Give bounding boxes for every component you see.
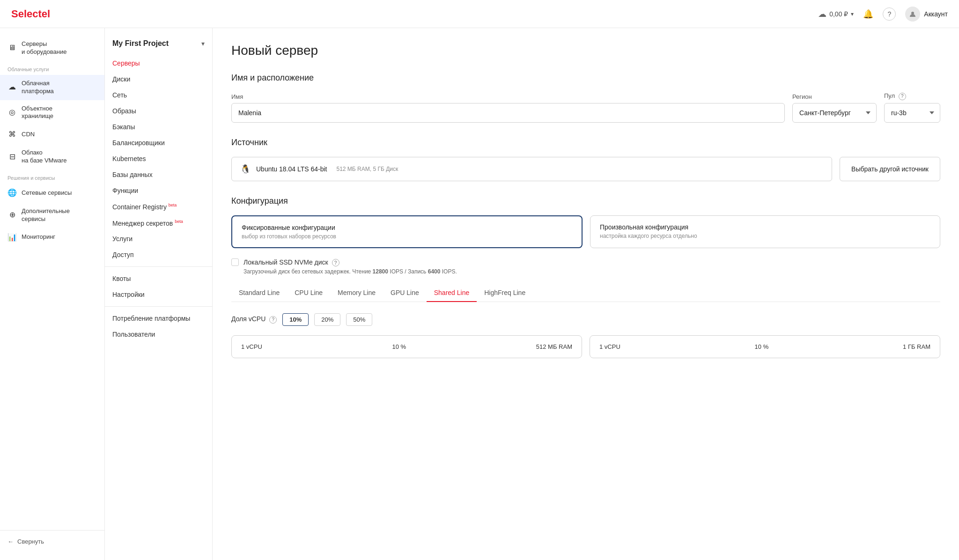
sidebar-item-object-label: Объектноехранилище bbox=[22, 105, 53, 121]
source-name: Ubuntu 18.04 LTS 64-bit bbox=[256, 165, 327, 173]
tab-cpu[interactable]: CPU Line bbox=[287, 284, 330, 302]
nav-item-access[interactable]: Доступ bbox=[105, 247, 212, 263]
nav-item-databases[interactable]: Базы данных bbox=[105, 167, 212, 183]
nav-settings-label: Настройки bbox=[112, 291, 145, 298]
nav-item-kubernetes[interactable]: Kubernetes bbox=[105, 151, 212, 167]
sidebar-item-servers-label: Серверыи оборудование bbox=[22, 40, 66, 56]
nav-item-secrets[interactable]: Менеджер секретов beta bbox=[105, 215, 212, 231]
balance-value: 0,00 ₽ bbox=[829, 10, 848, 18]
sidebar-left: 🖥 Серверыи оборудование Облачные услуги … bbox=[0, 28, 105, 560]
nav-network-label: Сеть bbox=[112, 91, 127, 99]
nav-quotas-label: Квоты bbox=[112, 275, 131, 282]
logo-text: Selectel bbox=[11, 8, 50, 20]
nav-item-registry[interactable]: Container Registry beta bbox=[105, 199, 212, 215]
sidebar-item-cloud[interactable]: ☁ Облачнаяплатформа bbox=[0, 75, 104, 100]
nav-item-functions[interactable]: Функции bbox=[105, 183, 212, 199]
tab-gpu[interactable]: GPU Line bbox=[383, 284, 427, 302]
name-input[interactable] bbox=[231, 103, 785, 123]
source-row: 🐧 Ubuntu 18.04 LTS 64-bit 512 МБ RAM, 5 … bbox=[231, 157, 940, 181]
server-ram-1: 1 ГБ RAM bbox=[903, 343, 930, 350]
vcpu-btn-50[interactable]: 50% bbox=[346, 313, 372, 326]
help-icon[interactable]: ? bbox=[883, 7, 896, 21]
sidebar-item-monitoring[interactable]: 📊 Мониторинг bbox=[0, 228, 104, 247]
app-layout: 🖥 Серверыи оборудование Облачные услуги … bbox=[0, 28, 959, 560]
nav-divider-2 bbox=[105, 306, 212, 307]
nav-item-servers[interactable]: Серверы bbox=[105, 55, 212, 71]
solutions-section-label: Решения и сервисы bbox=[0, 169, 104, 184]
project-selector[interactable]: My First Project ▾ bbox=[105, 36, 212, 55]
pool-field-group: Пул ? ru-3b bbox=[884, 92, 940, 123]
sidebar-item-servers[interactable]: 🖥 Серверыи оборудование bbox=[0, 36, 104, 61]
nvme-read-value: 12800 bbox=[373, 268, 388, 275]
nav-item-balancers[interactable]: Балансировщики bbox=[105, 135, 212, 151]
pool-help-icon[interactable]: ? bbox=[899, 93, 906, 100]
config-fixed-card[interactable]: Фиксированные конфигурации выбор из гото… bbox=[231, 215, 583, 248]
server-vcpu-0: 1 vCPU bbox=[241, 343, 262, 350]
sidebar-item-extra[interactable]: ⊕ Дополнительныесервисы bbox=[0, 203, 104, 228]
config-fixed-desc: выбор из готовых наборов ресурсов bbox=[242, 233, 572, 240]
notifications-icon[interactable]: 🔔 bbox=[863, 9, 873, 19]
config-options: Фиксированные конфигурации выбор из гото… bbox=[231, 215, 940, 248]
vcpu-btn-20[interactable]: 20% bbox=[314, 313, 340, 326]
server-card-0[interactable]: 1 vCPU 10 % 512 МБ RAM bbox=[231, 335, 582, 358]
collapse-label: Свернуть bbox=[17, 538, 44, 545]
name-field-group: Имя bbox=[231, 93, 785, 123]
nav-item-users[interactable]: Пользователи bbox=[105, 326, 212, 342]
account-label: Аккаунт bbox=[924, 10, 948, 18]
header: Selectel ☁ 0,00 ₽ ▾ 🔔 ? Аккаунт bbox=[0, 0, 959, 28]
nav-item-images[interactable]: Образы bbox=[105, 103, 212, 119]
pool-label: Пул ? bbox=[884, 92, 940, 100]
registry-badge: beta bbox=[169, 203, 177, 207]
tab-shared[interactable]: Shared Line bbox=[427, 284, 477, 302]
nav-servers-label: Серверы bbox=[112, 59, 140, 67]
sidebar-item-monitoring-label: Мониторинг bbox=[22, 233, 55, 241]
nav-balancers-label: Балансировщики bbox=[112, 139, 165, 147]
nav-item-network[interactable]: Сеть bbox=[105, 87, 212, 103]
nvme-checkbox[interactable] bbox=[231, 258, 239, 266]
nav-disks-label: Диски bbox=[112, 75, 130, 83]
vcpu-btn-10[interactable]: 10% bbox=[282, 313, 309, 326]
tab-highfreq[interactable]: HighFreq Line bbox=[477, 284, 533, 302]
account-button[interactable]: Аккаунт bbox=[905, 7, 948, 22]
project-name: My First Project bbox=[112, 39, 169, 48]
server-card-1[interactable]: 1 vCPU 10 % 1 ГБ RAM bbox=[590, 335, 940, 358]
config-custom-card[interactable]: Произвольная конфигурация настройка кажд… bbox=[590, 215, 940, 248]
region-field-group: Регион Санкт-Петербург bbox=[792, 93, 877, 123]
sidebar-item-cdn-label: CDN bbox=[22, 131, 35, 139]
change-source-button[interactable]: Выбрать другой источник bbox=[840, 157, 940, 181]
nav-item-disks[interactable]: Диски bbox=[105, 71, 212, 87]
nvme-help-icon[interactable]: ? bbox=[332, 259, 339, 266]
vcpu-help-icon[interactable]: ? bbox=[269, 316, 277, 324]
collapse-button[interactable]: ← Свернуть bbox=[7, 538, 97, 545]
balance-display[interactable]: ☁ 0,00 ₽ ▾ bbox=[818, 9, 854, 19]
server-share-0: 10 % bbox=[392, 343, 406, 350]
sidebar-item-vmware[interactable]: ⊟ Облакона базе VMware bbox=[0, 144, 104, 169]
nav-item-services[interactable]: Услуги bbox=[105, 231, 212, 247]
sidebar-item-network[interactable]: 🌐 Сетевые сервисы bbox=[0, 184, 104, 203]
source-current: 🐧 Ubuntu 18.04 LTS 64-bit 512 МБ RAM, 5 … bbox=[231, 157, 832, 181]
sidebar-item-extra-label: Дополнительныесервисы bbox=[22, 207, 70, 223]
tab-memory[interactable]: Memory Line bbox=[330, 284, 383, 302]
sidebar-item-object[interactable]: ◎ Объектноехранилище bbox=[0, 100, 104, 125]
source-meta: 512 МБ RAM, 5 ГБ Диск bbox=[337, 166, 398, 172]
sidebar-item-vmware-label: Облакона базе VMware bbox=[22, 149, 67, 165]
sidebar-item-cloud-label: Облачнаяплатформа bbox=[22, 80, 54, 96]
logo[interactable]: Selectel bbox=[11, 8, 50, 20]
name-label: Имя bbox=[231, 93, 785, 100]
pool-select[interactable]: ru-3b bbox=[884, 103, 940, 123]
nav-item-settings[interactable]: Настройки bbox=[105, 287, 212, 302]
nav-item-platform-usage[interactable]: Потребление платформы bbox=[105, 310, 212, 326]
config-section-title: Конфигурация bbox=[231, 196, 940, 206]
tab-standard[interactable]: Standard Line bbox=[231, 284, 287, 302]
nav-backups-label: Бэкапы bbox=[112, 123, 135, 131]
nav-item-backups[interactable]: Бэкапы bbox=[105, 119, 212, 135]
region-select[interactable]: Санкт-Петербург bbox=[792, 103, 877, 123]
sidebar-item-network-label: Сетевые сервисы bbox=[22, 189, 72, 197]
nav-registry-label: Container Registry beta bbox=[112, 203, 177, 211]
nvme-label-area: Локальный SSD NVMe диск ? Загрузочный ди… bbox=[243, 258, 457, 275]
sidebar-item-cdn[interactable]: ⌘ CDN bbox=[0, 125, 104, 144]
region-label: Регион bbox=[792, 93, 877, 100]
vcpu-label: Доля vCPU ? bbox=[231, 315, 277, 324]
nav-item-quotas[interactable]: Квоты bbox=[105, 271, 212, 287]
nav-divider bbox=[105, 266, 212, 267]
